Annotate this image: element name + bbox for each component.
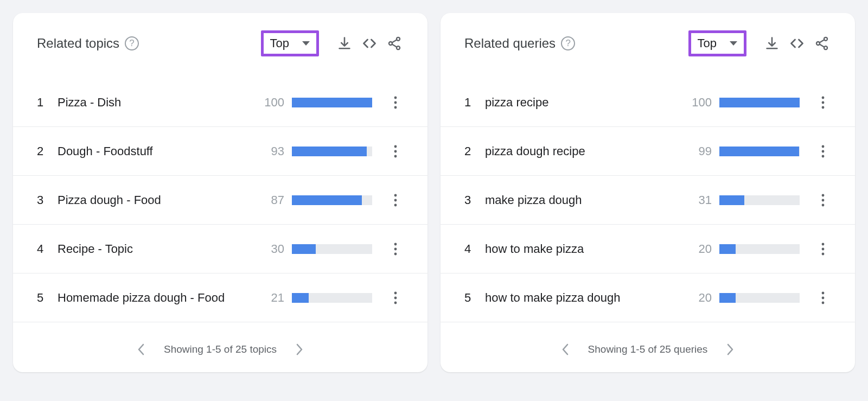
svg-point-38 [822,296,825,299]
help-icon[interactable]: ? [125,36,139,50]
more-icon[interactable] [815,94,831,111]
row-rank: 2 [37,144,58,158]
list-item[interactable]: 3make pizza dough31 [441,176,855,225]
more-icon[interactable] [387,241,404,257]
row-rank: 2 [464,144,485,158]
more-icon[interactable] [815,143,831,160]
row-label: pizza recipe [485,96,681,110]
list-item[interactable]: 2pizza dough recipe99 [441,127,855,176]
pager-text: Showing 1-5 of 25 topics [164,343,277,355]
value-bar-fill [292,244,316,254]
row-label: Pizza dough - Food [58,193,254,207]
value-bar [292,147,372,156]
more-icon[interactable] [387,290,404,306]
row-rank: 5 [464,291,485,305]
download-icon[interactable] [335,34,354,53]
value-bar-fill [292,98,372,107]
list-item[interactable]: 2Dough - Foodstuff93 [13,127,427,176]
list-item[interactable]: 4how to make pizza20 [441,225,855,273]
row-value: 20 [681,291,712,305]
next-page-button[interactable] [292,342,307,357]
value-bar-fill [719,147,799,156]
list-item[interactable]: 1pizza recipe100 [441,78,855,127]
next-page-button[interactable] [723,342,738,357]
value-bar [719,293,800,303]
value-bar [292,244,372,254]
row-rank: 4 [37,242,58,256]
svg-point-31 [822,194,825,196]
value-bar-fill [292,195,362,205]
svg-line-24 [820,44,825,47]
prev-page-button[interactable] [558,342,573,357]
help-icon[interactable]: ? [561,36,575,50]
more-icon[interactable] [387,192,404,208]
row-label: Dough - Foodstuff [58,144,254,158]
row-rank: 3 [37,193,58,207]
prev-page-button[interactable] [133,342,149,357]
more-icon[interactable] [387,143,404,160]
svg-point-35 [822,247,825,250]
chevron-down-icon [302,41,310,46]
svg-point-33 [822,203,825,206]
pager: Showing 1-5 of 25 topics [13,342,427,357]
row-label: how to make pizza dough [485,291,681,305]
share-icon[interactable] [813,34,831,53]
value-bar [719,147,800,156]
svg-point-28 [822,145,825,148]
row-value: 100 [681,96,712,110]
row-rank: 1 [464,96,485,110]
result-list: 1Pizza - Dish1002Dough - Foodstuff933Piz… [13,78,427,322]
more-icon[interactable] [815,290,831,306]
row-value: 31 [681,193,712,207]
value-bar-fill [719,195,744,205]
sort-select[interactable]: Top [261,30,319,56]
row-value: 93 [254,144,284,158]
value-bar [719,98,800,107]
svg-point-17 [394,291,397,294]
list-item[interactable]: 3Pizza dough - Food87 [13,176,427,225]
row-label: pizza dough recipe [485,144,681,158]
row-rank: 3 [464,193,485,207]
list-item[interactable]: 5how to make pizza dough20 [441,273,855,322]
svg-point-16 [394,252,397,255]
value-bar [292,195,372,205]
sort-select[interactable]: Top [688,30,746,56]
more-icon[interactable] [815,192,831,208]
embed-icon[interactable] [788,34,806,53]
value-bar-fill [292,293,309,303]
value-bar-fill [292,147,367,156]
row-value: 99 [681,144,712,158]
list-item[interactable]: 4Recipe - Topic30 [13,225,427,273]
more-icon[interactable] [815,241,831,257]
pager-text: Showing 1-5 of 25 queries [588,343,708,355]
chevron-down-icon [730,41,737,46]
svg-point-32 [822,199,825,201]
share-icon[interactable] [385,34,404,53]
list-item[interactable]: 1Pizza - Dish100 [13,78,427,127]
svg-point-26 [822,101,825,104]
svg-point-36 [822,252,825,255]
svg-point-8 [394,145,397,148]
list-item[interactable]: 5Homemade pizza dough - Food21 [13,273,427,322]
pager: Showing 1-5 of 25 queries [441,342,855,357]
svg-point-29 [822,150,825,152]
row-value: 21 [254,291,284,305]
value-bar-fill [719,293,736,303]
svg-point-27 [822,106,825,109]
svg-point-12 [394,199,397,201]
svg-point-9 [394,150,397,152]
sort-select-label: Top [270,36,289,50]
svg-point-39 [822,301,825,304]
value-bar [292,98,372,107]
svg-point-13 [394,203,397,206]
row-value: 20 [681,242,712,256]
more-icon[interactable] [387,94,404,111]
download-icon[interactable] [763,34,781,53]
row-rank: 1 [37,96,58,110]
svg-point-18 [394,296,397,299]
value-bar-fill [719,98,800,107]
row-label: how to make pizza [485,242,681,256]
svg-point-5 [394,96,397,99]
embed-icon[interactable] [360,34,379,53]
row-value: 100 [254,96,284,110]
